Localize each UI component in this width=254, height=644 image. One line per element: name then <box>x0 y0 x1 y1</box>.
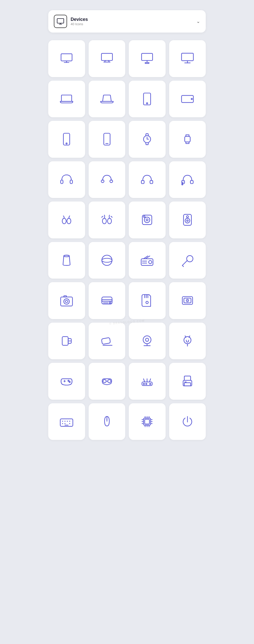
svg-point-48 <box>185 218 190 223</box>
header-subtitle: 40 Icons <box>71 22 88 26</box>
svg-point-51 <box>64 255 69 257</box>
svg-point-103 <box>150 383 151 385</box>
svg-point-41 <box>102 218 106 224</box>
icon-gamepad-2[interactable] <box>89 363 125 400</box>
icon-speaker-2[interactable] <box>169 202 206 238</box>
svg-point-21 <box>191 98 192 99</box>
icon-earbuds-2[interactable] <box>89 202 125 238</box>
svg-point-62 <box>64 299 69 304</box>
svg-rect-61 <box>61 297 73 306</box>
svg-point-44 <box>144 217 150 223</box>
svg-rect-37 <box>190 180 193 183</box>
icon-headphones-2[interactable] <box>89 161 125 198</box>
svg-point-92 <box>68 380 69 381</box>
icon-watch-2[interactable] <box>169 121 206 158</box>
svg-point-94 <box>103 380 106 383</box>
icon-storage[interactable] <box>169 282 206 319</box>
icon-monitor-2[interactable] <box>89 40 125 77</box>
icon-smart-speaker-1[interactable] <box>48 242 85 279</box>
icon-phone-2[interactable] <box>89 121 125 158</box>
main-container: Devices 40 Icons ⌄ <box>48 10 206 634</box>
svg-point-39 <box>62 218 66 224</box>
icon-microphone[interactable] <box>169 242 206 279</box>
icon-gamepad-1[interactable] <box>48 363 85 400</box>
svg-line-59 <box>182 261 187 265</box>
header-title: Devices <box>71 17 88 22</box>
svg-point-45 <box>146 219 148 221</box>
icon-keyboard[interactable] <box>48 403 85 440</box>
svg-point-38 <box>182 184 183 185</box>
svg-line-98 <box>144 379 145 382</box>
svg-point-49 <box>187 220 188 221</box>
icon-mouse[interactable] <box>89 403 125 440</box>
svg-point-101 <box>144 383 145 385</box>
svg-point-76 <box>187 300 188 301</box>
svg-point-16 <box>187 63 188 63</box>
svg-point-95 <box>108 380 111 383</box>
icon-phone-1[interactable] <box>48 121 85 158</box>
icon-speaker-1[interactable] <box>129 202 166 238</box>
icon-headphones-1[interactable] <box>48 161 85 198</box>
icon-earbuds-1[interactable] <box>48 202 85 238</box>
icon-memory-card[interactable] <box>129 282 166 319</box>
icon-watch-1[interactable] <box>129 121 166 158</box>
icon-cpu[interactable] <box>129 403 166 440</box>
header-icon-box <box>54 15 67 28</box>
svg-point-83 <box>146 338 149 341</box>
svg-line-60 <box>182 265 184 267</box>
icon-tablet-landscape[interactable] <box>169 81 206 118</box>
icon-plug[interactable] <box>169 323 206 360</box>
svg-point-53 <box>102 258 112 262</box>
svg-point-93 <box>69 381 70 383</box>
icon-radio[interactable] <box>129 242 166 279</box>
icon-router[interactable] <box>129 363 166 400</box>
icon-monitor-1[interactable] <box>48 40 85 77</box>
svg-rect-80 <box>101 337 110 344</box>
header-card[interactable]: Devices 40 Icons ⌄ <box>48 10 206 33</box>
svg-rect-35 <box>150 180 153 183</box>
svg-rect-22 <box>64 133 70 145</box>
icon-headphones-4[interactable] <box>169 161 206 198</box>
svg-rect-12 <box>145 63 149 64</box>
svg-rect-17 <box>61 95 72 101</box>
icon-laptop-1[interactable] <box>48 81 85 118</box>
svg-point-42 <box>107 218 112 224</box>
svg-rect-0 <box>57 19 64 23</box>
icon-headphones-3[interactable] <box>129 161 166 198</box>
icon-eraser[interactable] <box>89 323 125 360</box>
header-text: Devices 40 Icons <box>71 17 88 26</box>
svg-point-102 <box>146 383 147 385</box>
svg-rect-34 <box>141 180 144 183</box>
svg-rect-3 <box>61 54 72 61</box>
icon-monitor-4[interactable] <box>169 40 206 77</box>
icon-usb[interactable] <box>48 323 85 360</box>
icon-printer[interactable] <box>169 363 206 400</box>
svg-point-82 <box>143 336 151 344</box>
icon-hard-drive[interactable] <box>89 282 125 319</box>
icon-monitor-3[interactable] <box>129 40 166 77</box>
svg-point-46 <box>144 216 145 218</box>
svg-rect-10 <box>142 53 153 61</box>
svg-rect-119 <box>145 419 150 424</box>
icon-smart-speaker-2[interactable] <box>89 242 125 279</box>
svg-rect-105 <box>184 383 190 386</box>
header-left: Devices 40 Icons <box>54 15 88 28</box>
icon-webcam[interactable] <box>129 323 166 360</box>
svg-point-50 <box>186 216 188 218</box>
icon-tablet-portrait[interactable] <box>129 81 166 118</box>
svg-point-67 <box>109 302 111 304</box>
icon-power[interactable] <box>169 403 206 440</box>
icon-camera[interactable] <box>48 282 85 319</box>
svg-point-63 <box>66 300 68 303</box>
svg-point-52 <box>102 255 112 265</box>
chevron-down-icon[interactable]: ⌄ <box>196 19 200 24</box>
svg-point-19 <box>147 103 148 104</box>
svg-rect-77 <box>62 337 68 345</box>
svg-rect-13 <box>182 53 194 61</box>
svg-point-72 <box>146 301 148 304</box>
svg-point-55 <box>149 261 152 264</box>
svg-rect-6 <box>101 53 112 61</box>
svg-rect-18 <box>144 93 151 105</box>
icon-laptop-2[interactable] <box>89 81 125 118</box>
svg-rect-29 <box>185 136 190 142</box>
